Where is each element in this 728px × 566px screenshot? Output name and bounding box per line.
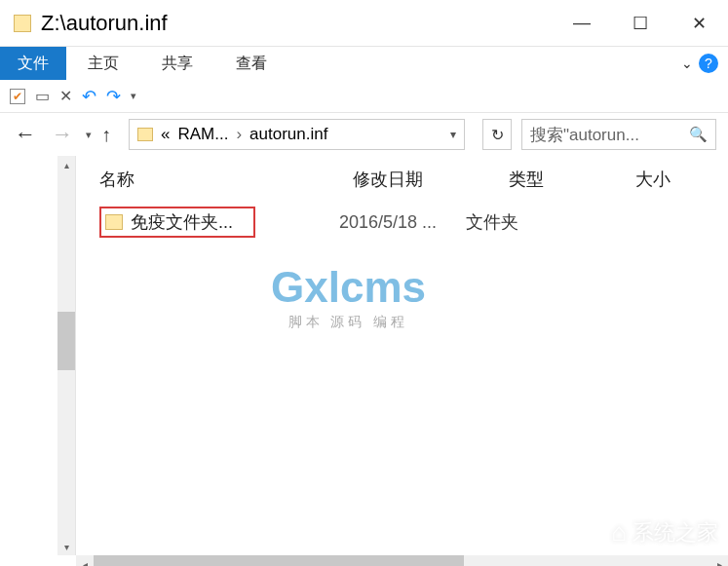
properties-icon[interactable]: ▭ [35,87,50,105]
horizontal-scrollbar[interactable]: ◂ ▸ [76,555,728,566]
tab-view[interactable]: 查看 [214,47,288,80]
delete-icon[interactable]: ✕ [59,87,72,105]
scroll-track[interactable] [94,555,710,566]
history-dropdown-icon[interactable]: ▾ [86,129,92,141]
address-seg2[interactable]: autorun.inf [249,125,327,144]
column-date[interactable]: 修改日期 [353,168,509,191]
maximize-button[interactable]: ☐ [611,0,670,46]
watermark-corner-text: 系统之家 [632,518,718,547]
redo-icon[interactable]: ↷ [106,86,121,107]
watermark-sub: 脚本 源码 编程 [271,314,426,331]
file-type: 文件夹 [466,210,518,234]
tab-share[interactable]: 共享 [140,47,214,80]
quick-access-toolbar: ✔ ▭ ✕ ↶ ↷ ▾ [0,80,728,113]
help-icon[interactable]: ? [699,54,718,73]
column-size[interactable]: 大小 [635,168,694,191]
checkbox-toggle-icon[interactable]: ✔ [10,89,25,104]
watermark: Gxlcms 脚本 源码 编程 [271,263,426,331]
chevron-right-icon[interactable]: › [236,125,242,144]
file-date: 2016/5/18 ... [339,212,437,233]
address-seg1[interactable]: RAM... [177,125,228,144]
navigation-pane: ▴ ▾ [0,156,76,555]
column-type[interactable]: 类型 [509,168,635,191]
back-button[interactable]: ← [12,122,39,147]
content-area: ▴ ▾ 名称 修改日期 类型 大小 免疫文件夹... 2016/5/18 ...… [0,156,728,555]
undo-icon[interactable]: ↶ [82,86,96,107]
ribbon-collapse-icon[interactable]: ⌄ [681,56,693,71]
scroll-right-icon[interactable]: ▸ [710,555,728,566]
watermark-corner: ⌂ 系统之家 [611,517,718,547]
house-icon: ⌂ [611,517,627,547]
close-button[interactable]: ✕ [670,0,728,46]
ribbon-tabs: 文件 主页 共享 查看 ⌄ ? [0,47,728,80]
scroll-thumb[interactable] [94,555,464,566]
folder-icon [105,214,123,230]
search-icon: 🔍 [689,126,708,143]
file-name-highlight: 免疫文件夹... [99,207,255,238]
address-bar[interactable]: « RAM... › autorun.inf ▾ [129,119,465,150]
column-headers: 名称 修改日期 类型 大小 [76,156,728,201]
search-placeholder: 搜索"autorun... [530,124,689,146]
tab-home[interactable]: 主页 [66,47,140,80]
watermark-logo: Gxlcms [271,263,426,312]
minimize-button[interactable]: — [553,0,611,46]
navigation-bar: ← → ▾ ↑ « RAM... › autorun.inf ▾ ↻ 搜索"au… [0,113,728,156]
nav-scrollbar[interactable]: ▴ ▾ [57,156,75,555]
window-title: Z:\autorun.inf [41,11,553,36]
ribbon-right: ⌄ ? [681,47,728,80]
scroll-up-icon[interactable]: ▴ [57,156,75,173]
tab-file[interactable]: 文件 [0,47,66,80]
list-item[interactable]: 免疫文件夹... 2016/5/18 ... 文件夹 [76,201,728,244]
column-name[interactable]: 名称 [99,168,353,191]
title-bar: Z:\autorun.inf — ☐ ✕ [0,0,728,47]
scroll-left-icon[interactable]: ◂ [76,555,94,566]
up-button[interactable]: ↑ [101,124,111,146]
window-icon [14,15,31,32]
address-prefix: « [161,125,170,144]
window-controls: — ☐ ✕ [553,0,728,46]
folder-icon [137,128,153,141]
scroll-down-icon[interactable]: ▾ [57,538,75,555]
file-list: 名称 修改日期 类型 大小 免疫文件夹... 2016/5/18 ... 文件夹… [76,156,728,555]
file-name: 免疫文件夹... [131,210,233,234]
address-dropdown-icon[interactable]: ▾ [450,128,456,141]
search-input[interactable]: 搜索"autorun... 🔍 [521,119,716,150]
scroll-thumb[interactable] [57,312,75,370]
refresh-button[interactable]: ↻ [482,119,512,150]
forward-button[interactable]: → [49,122,76,147]
qat-dropdown-icon[interactable]: ▾ [131,90,136,102]
